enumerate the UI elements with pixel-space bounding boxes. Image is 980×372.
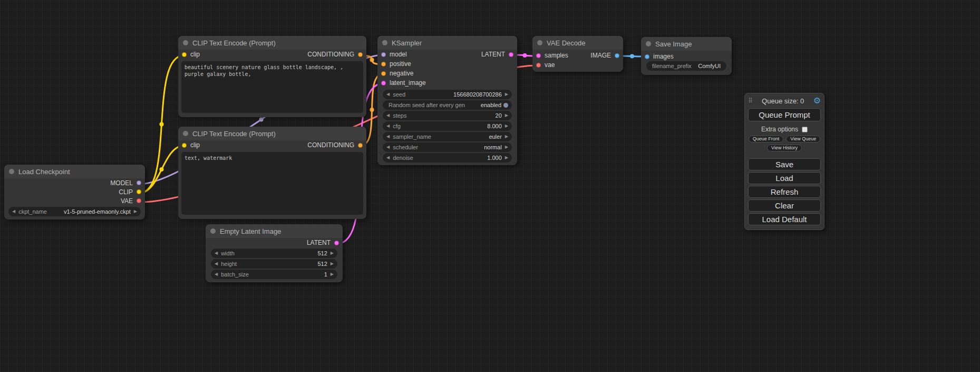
cfg-widget[interactable]: ◀ cfg 8.000 ▶ [383,121,512,131]
extra-options-checkbox[interactable] [802,127,808,132]
samples-input-slot[interactable] [536,53,541,58]
conditioning-output-slot[interactable] [358,52,363,57]
node-title: CLIP Text Encode (Prompt) [192,130,276,138]
increment-arrow-icon[interactable]: ▶ [505,113,508,118]
increment-arrow-icon[interactable]: ▶ [505,156,508,160]
image-output-label: IMAGE [590,52,611,59]
link-midpoint-dot [160,167,164,171]
node-ksampler[interactable]: KSampler model LATENT positive negative … [377,36,517,165]
increment-arrow-icon[interactable]: ▶ [331,251,334,255]
clip-input-slot[interactable] [182,143,187,148]
height-widget[interactable]: ◀ height 512 ▶ [211,259,337,269]
collapse-toggle-icon[interactable] [210,228,216,234]
load-checkpoint-title-bar[interactable]: Load Checkpoint [4,165,145,178]
settings-gear-icon[interactable]: ⚙ [813,97,821,105]
node-clip-text-encode-positive[interactable]: CLIP Text Encode (Prompt) clip CONDITION… [178,36,366,117]
node-title: KSampler [392,39,422,47]
menu-drag-handle-icon[interactable]: ⠿ [748,97,753,104]
positive-prompt-textarea[interactable]: beautiful scenery nature glass bottle la… [181,61,363,113]
positive-input-slot[interactable] [381,62,386,66]
ckpt-name-widget[interactable]: ◀ ckpt_name v1-5-pruned-emaonly.ckpt ▶ [8,207,141,216]
node-vae-decode[interactable]: VAE Decode samples IMAGE vae [532,36,623,72]
vae-decode-title-bar[interactable]: VAE Decode [532,36,623,50]
collapse-toggle-icon[interactable] [382,40,387,45]
load-button[interactable]: Load [748,172,821,184]
images-input-slot[interactable] [645,54,649,59]
scheduler-widget[interactable]: ◀ scheduler normal ▶ [383,142,512,152]
queue-size-label: Queue size: 0 [753,97,813,105]
decrement-arrow-icon[interactable]: ◀ [215,262,218,266]
vae-input-slot[interactable] [536,63,541,68]
decrement-arrow-icon[interactable]: ◀ [386,113,390,118]
sampler-name-widget[interactable]: ◀ sampler_name euler ▶ [383,132,512,141]
batch-size-widget[interactable]: ◀ batch_size 1 ▶ [211,270,337,279]
model-output-slot[interactable] [137,180,141,185]
decrement-arrow-icon[interactable]: ◀ [12,209,15,214]
increment-arrow-icon[interactable]: ▶ [331,262,334,266]
increment-arrow-icon[interactable]: ▶ [505,92,508,97]
save-image-title-bar[interactable]: Save Image [641,37,732,51]
increment-arrow-icon[interactable]: ▶ [331,272,334,276]
vae-output-slot[interactable] [137,198,141,203]
collapse-toggle-icon[interactable] [646,41,651,46]
widget-value: 20 [496,112,502,119]
clip-encode-title-bar[interactable]: CLIP Text Encode (Prompt) [178,36,366,50]
load-default-button[interactable]: Load Default [748,213,821,225]
empty-latent-title-bar[interactable]: Empty Latent Image [206,224,343,238]
seed-widget[interactable]: ◀ seed 156680208700286 ▶ [383,90,512,99]
latent-output-slot[interactable] [509,52,513,57]
node-load-checkpoint[interactable]: Load Checkpoint MODEL CLIP VAE ◀ ckpt_na… [4,165,145,220]
save-button[interactable]: Save [748,158,821,170]
node-save-image[interactable]: Save Image images filename_prefix ComfyU… [641,37,732,75]
conditioning-output-slot[interactable] [358,143,363,148]
decrement-arrow-icon[interactable]: ◀ [386,135,390,139]
collapse-toggle-icon[interactable] [9,169,14,174]
increment-arrow-icon[interactable]: ▶ [505,124,508,128]
image-output-slot[interactable] [615,53,619,58]
view-history-button[interactable]: View History [767,145,802,151]
queue-front-button[interactable]: Queue Front [749,136,784,142]
node-empty-latent-image[interactable]: Empty Latent Image LATENT ◀ width 512 ▶ … [206,224,343,282]
link-midpoint-dot [523,53,527,58]
increment-arrow-icon[interactable]: ▶ [134,209,137,214]
latent-image-input-slot[interactable] [381,81,386,85]
clip-encode-title-bar[interactable]: CLIP Text Encode (Prompt) [178,127,366,140]
decrement-arrow-icon[interactable]: ◀ [386,156,390,160]
clip-output-slot[interactable] [137,189,141,194]
decrement-arrow-icon[interactable]: ◀ [386,124,390,128]
model-input-slot[interactable] [381,52,386,57]
widget-value: 1.000 [487,155,502,161]
collapse-toggle-icon[interactable] [183,40,188,45]
widget-label: ckpt_name [18,208,47,215]
negative-input-slot[interactable] [381,71,386,76]
widget-label: Random seed after every gen [389,102,465,108]
increment-arrow-icon[interactable]: ▶ [505,145,508,149]
filename-prefix-widget[interactable]: filename_prefix ComfyUI [646,61,726,71]
decrement-arrow-icon[interactable]: ◀ [386,145,390,149]
graph-canvas[interactable]: Load Checkpoint MODEL CLIP VAE ◀ ckpt_na… [0,0,980,372]
clear-button[interactable]: Clear [748,199,821,212]
denoise-widget[interactable]: ◀ denoise 1.000 ▶ [383,153,512,163]
decrement-arrow-icon[interactable]: ◀ [215,251,218,255]
view-queue-button[interactable]: View Queue [786,136,820,142]
node-clip-text-encode-negative[interactable]: CLIP Text Encode (Prompt) clip CONDITION… [178,127,366,219]
node-title: CLIP Text Encode (Prompt) [192,39,276,47]
toggle-indicator[interactable] [503,103,508,108]
steps-widget[interactable]: ◀ steps 20 ▶ [383,111,512,120]
negative-prompt-textarea[interactable]: text, watermark [181,152,363,215]
latent-output-slot[interactable] [334,241,339,245]
decrement-arrow-icon[interactable]: ◀ [386,92,390,97]
width-widget[interactable]: ◀ width 512 ▶ [211,249,337,258]
collapse-toggle-icon[interactable] [537,40,542,45]
decrement-arrow-icon[interactable]: ◀ [215,272,218,276]
refresh-button[interactable]: Refresh [748,186,821,198]
queue-prompt-button[interactable]: Queue Prompt [748,108,821,121]
random-seed-toggle-widget[interactable]: Random seed after every gen enabled [383,100,512,110]
widget-label: cfg [393,123,401,129]
clip-input-slot[interactable] [182,52,187,57]
widget-label: steps [393,112,406,119]
ksampler-title-bar[interactable]: KSampler [377,36,517,50]
collapse-toggle-icon[interactable] [183,131,188,136]
widget-value: euler [489,133,501,140]
increment-arrow-icon[interactable]: ▶ [505,135,508,139]
